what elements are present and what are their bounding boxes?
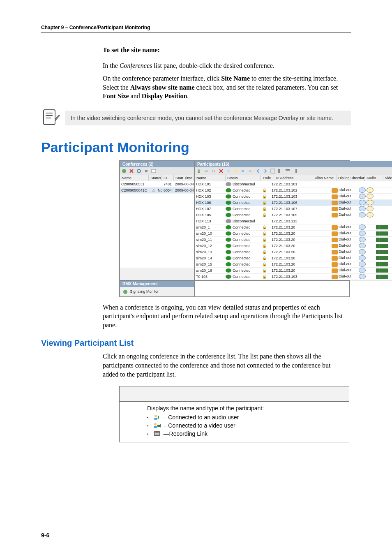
participant-row[interactable]: HDX 113Disconnected172.21.103.113: [195, 218, 392, 224]
section-title: Participant Monitoring: [41, 139, 351, 155]
participant-row[interactable]: HDX 101Disconnected172.21.103.101: [195, 181, 392, 187]
svg-rect-17: [295, 169, 297, 173]
svg-rect-9: [198, 171, 200, 173]
date-icon[interactable]: [151, 169, 156, 173]
layout-icon[interactable]: [270, 169, 275, 173]
svg-rect-19: [154, 418, 157, 420]
svg-point-6: [145, 170, 148, 172]
audio-user-icon: [153, 414, 161, 421]
participant-row[interactable]: HDX 106Connected🔒172.21.103.106Dial-out: [195, 200, 392, 206]
participant-row[interactable]: HDX 107Connected🔒172.21.103.107Dial-out: [195, 206, 392, 212]
svg-point-18: [154, 415, 157, 417]
svg-rect-14: [271, 169, 275, 173]
svg-point-20: [154, 423, 157, 426]
participants-screenshot: Conferences (2) Name Status ID Start Tim…: [119, 160, 350, 297]
svg-rect-0: [44, 110, 55, 125]
intro-paragraph: When a conference is ongoing, you can vi…: [103, 303, 343, 330]
site-name-heading: To set the site name:: [103, 46, 343, 55]
participant-types-table: Displays the name and type of the partic…: [119, 386, 349, 442]
site-name-step2: On the conference parameter interface, c…: [103, 74, 343, 101]
disconnect-icon[interactable]: [211, 169, 216, 173]
unmute-icon[interactable]: [233, 169, 238, 173]
svg-point-4: [122, 169, 126, 173]
svg-rect-21: [154, 426, 157, 428]
delete-icon[interactable]: [129, 169, 134, 173]
connect-icon[interactable]: [204, 169, 209, 173]
participants-pane-title: Participants (16): [195, 161, 392, 167]
forward-icon[interactable]: [263, 169, 268, 173]
participant-row[interactable]: sim20_11Connected🔒172.21.103.20Dial-out: [195, 237, 392, 243]
video-user-icon: [153, 422, 161, 429]
participant-row[interactable]: sim20_13Connected🔒172.21.103.20Dial-out: [195, 249, 392, 255]
rmx-management-pane: RMX Management Signaling Monitor: [120, 280, 194, 297]
rmx-management-title: RMX Management: [120, 281, 194, 287]
participant-row[interactable]: sim20_10Connected🔒172.21.103.20Dial-out: [195, 231, 392, 237]
viewing-list-paragraph: Click an ongoing conference in the confe…: [103, 352, 343, 379]
svg-point-25: [157, 432, 159, 435]
svg-point-8: [198, 169, 200, 171]
conference-row[interactable]: C2009050041C⚠ Not Full60542009-08-04 10: [120, 187, 194, 194]
participant-row[interactable]: HDX 103Connected🔒172.21.103.103Dial-out: [195, 194, 392, 200]
participants-pane: Participants (16): [194, 161, 392, 280]
camera-off-icon[interactable]: [248, 169, 253, 173]
svg-point-10: [227, 169, 230, 173]
video-user-bullet: – Connected to a video user: [147, 422, 344, 429]
svg-rect-22: [157, 425, 160, 427]
note-icon: [41, 107, 65, 129]
header-rule: [41, 32, 351, 33]
remove-icon[interactable]: [219, 169, 224, 173]
svg-rect-12: [242, 170, 244, 172]
participant-row[interactable]: sim20_15Connected🔒172.21.103.20Dial-out: [195, 261, 392, 268]
participant-row[interactable]: T0 193Connected🔒172.21.103.193Dial-out: [195, 274, 392, 280]
new-conf-icon[interactable]: [122, 169, 127, 173]
conferences-pane: Conferences (2) Name Status ID Start Tim…: [120, 161, 194, 280]
recording-link-bullet: — Recording Link: [147, 430, 344, 437]
view1-icon[interactable]: [278, 169, 283, 173]
viewing-participant-list-title: Viewing Participant List: [41, 338, 351, 348]
site-name-step1: In the Conferences list pane, double-cli…: [103, 61, 343, 70]
page-number: 9-6: [41, 532, 49, 539]
conference-row[interactable]: C200905053174812009-08-04 1: [120, 181, 194, 187]
note-text: In the video switching conference mode, …: [65, 111, 351, 125]
conf-col-headers: Name Status ID Start Time: [120, 175, 194, 181]
participant-row[interactable]: HDX 102Connected🔒172.21.103.102Dial-out: [195, 187, 392, 194]
signaling-monitor-item[interactable]: Signaling Monitor: [120, 287, 194, 296]
participant-row[interactable]: sim20_12Connected🔒172.21.103.20Dial-out: [195, 243, 392, 249]
audio-user-bullet: – Connected to an audio user: [147, 414, 344, 421]
camera-on-icon[interactable]: [241, 169, 246, 173]
svg-rect-16: [286, 169, 290, 171]
participant-row[interactable]: HDX 105Connected🔒172.21.103.105Dial-out: [195, 212, 392, 218]
participants-toolbar: [195, 167, 392, 175]
table-desc: Displays the name and type of the partic…: [147, 405, 344, 412]
svg-rect-15: [278, 169, 280, 173]
participant-row[interactable]: sim20_16Connected🔒172.21.103.20Dial-out: [195, 268, 392, 274]
svg-point-11: [234, 169, 238, 173]
settings-icon[interactable]: [144, 169, 149, 173]
conferences-pane-title: Conferences (2): [120, 161, 194, 167]
add-participant-icon[interactable]: [196, 169, 201, 173]
view2-icon[interactable]: [285, 169, 290, 173]
conferences-toolbar: [120, 167, 194, 175]
back-icon[interactable]: [256, 169, 261, 173]
mute-icon[interactable]: [226, 169, 231, 173]
view3-icon[interactable]: [293, 169, 297, 173]
svg-rect-7: [152, 169, 156, 173]
participant-row[interactable]: sim20_1Connected🔒172.21.103.20Dial-out: [195, 224, 392, 231]
svg-point-5: [137, 169, 141, 173]
svg-point-24: [154, 432, 157, 435]
svg-rect-13: [249, 170, 251, 172]
chapter-header: Chapter 9 – Conference/Participant Monit…: [41, 25, 351, 30]
part-col-headers: Name Status Role IP Address Alias Name D…: [195, 175, 392, 181]
participant-row[interactable]: sim20_14Connected🔒172.21.103.20Dial-out: [195, 255, 392, 261]
recording-link-icon: [153, 430, 161, 437]
refresh-icon[interactable]: [136, 169, 141, 173]
